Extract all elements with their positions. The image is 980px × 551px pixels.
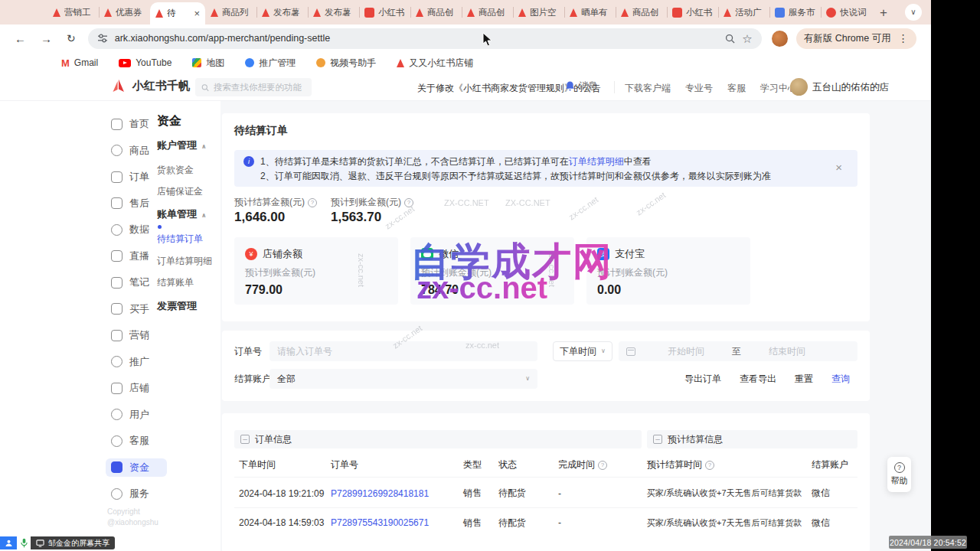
kuaishuo-favicon	[826, 8, 836, 18]
chrome-update-chip[interactable]: 有新版 Chrome 可用	[796, 28, 916, 49]
messages-entry[interactable]: 消息 17	[564, 80, 597, 93]
forward-button[interactable]	[41, 33, 52, 44]
browser-tab[interactable]: 发布薯	[256, 0, 308, 24]
browser-tab[interactable]: 商品创	[462, 0, 513, 24]
participant-icon[interactable]	[0, 536, 17, 549]
sidebar-item-shop[interactable]: 店铺	[106, 379, 167, 397]
submenu-item-settle-detail[interactable]: 订单结算明细	[157, 255, 212, 268]
sidebar-item-services[interactable]: 服务	[106, 484, 167, 503]
sidebar-item-users[interactable]: 用户	[106, 406, 167, 424]
bookmark-maps[interactable]: 地图	[192, 57, 224, 70]
qianfan-favicon	[621, 8, 629, 17]
settle-account-select[interactable]: 全部	[270, 369, 537, 389]
export-orders-button[interactable]: 导出订单	[684, 373, 721, 386]
order-link[interactable]: P728991269928418181	[331, 488, 463, 499]
reload-button[interactable]	[67, 33, 76, 44]
browser-tab[interactable]: 快说词	[821, 0, 872, 24]
xiaohongshu-favicon	[672, 8, 682, 18]
stat-value: 1,563.70	[331, 210, 381, 225]
app-search[interactable]	[195, 78, 312, 96]
bookmark-channels-helper[interactable]: 视频号助手	[316, 57, 376, 70]
browser-tab[interactable]: 小红书	[359, 0, 410, 24]
submenu-group-invoice[interactable]: 发票管理	[157, 299, 197, 313]
view-exports-button[interactable]: 查看导出	[740, 373, 776, 386]
help-circle-icon[interactable]	[705, 461, 714, 470]
bookmark-promotion[interactable]: 推广管理	[245, 57, 296, 70]
start-date-placeholder[interactable]: 开始时间	[668, 345, 704, 358]
browser-tab[interactable]: 晒单有	[564, 0, 616, 24]
browser-tab-active[interactable]: 待	[150, 2, 205, 24]
help-circle-icon[interactable]	[308, 198, 317, 207]
order-no-input[interactable]	[270, 341, 537, 361]
browser-tab[interactable]: 商品列	[205, 0, 256, 24]
browser-profile-avatar[interactable]	[772, 31, 788, 47]
service-market-favicon	[775, 8, 785, 18]
microphone-icon[interactable]	[17, 536, 31, 549]
submenu-item-goods-funds[interactable]: 货款资金	[157, 164, 194, 177]
app-search-input[interactable]	[214, 83, 305, 92]
browser-tab[interactable]: 图片空	[513, 0, 564, 24]
back-button[interactable]	[15, 33, 26, 44]
store-chevron-down-icon[interactable]	[878, 83, 884, 90]
browser-tab[interactable]: 营销工	[47, 0, 99, 24]
tab-overflow-chevron-icon[interactable]	[905, 4, 922, 21]
customer-service-link[interactable]: 客服	[727, 82, 746, 95]
address-bar[interactable]: ark.xiaohongshu.com/app-merchant/pending…	[88, 28, 762, 49]
screen-share-indicator[interactable]: 邹金金的屏幕共享	[0, 536, 115, 549]
collapse-icon[interactable]	[240, 435, 250, 444]
tab-close-icon[interactable]	[194, 8, 200, 18]
help-widget[interactable]: 帮助	[887, 457, 911, 492]
browser-window: 营销工 优惠券 待 商品列 发布薯 发布薯 小红书 商品创 商品创 图片空 晒单…	[0, 0, 931, 551]
qianfan-favicon	[104, 8, 112, 17]
browser-toolbar: ark.xiaohongshu.com/app-merchant/pending…	[0, 24, 931, 52]
order-link[interactable]: P728975543190025671	[331, 517, 463, 528]
browser-tab[interactable]: 优惠券	[99, 0, 150, 24]
collapse-icon[interactable]	[653, 435, 662, 444]
qianfan-favicon	[211, 8, 218, 17]
time-type-select[interactable]: 下单时间	[553, 341, 612, 361]
sidebar-item-promotion[interactable]: 推广	[106, 353, 167, 371]
order-icon	[111, 171, 122, 183]
browser-tab[interactable]: 商品创	[410, 0, 462, 24]
browser-tab[interactable]: 小红书	[667, 0, 718, 24]
store-avatar[interactable]	[790, 78, 808, 96]
header-links: 下载客户端 专业号 客服 学习中心	[625, 82, 797, 95]
search-icon[interactable]	[725, 34, 735, 44]
reset-button[interactable]: 重置	[795, 373, 813, 386]
submenu-group-bills[interactable]: 账单管理	[157, 207, 207, 221]
share-status[interactable]: 邹金金的屏幕共享	[31, 536, 115, 549]
date-range-picker[interactable]: 开始时间 至 结束时间	[619, 341, 858, 361]
submenu-item-pending-settle[interactable]: 待结算订单	[157, 233, 203, 246]
settle-detail-link[interactable]: 订单结算明细	[569, 156, 624, 167]
bookmark-star-icon[interactable]	[742, 33, 752, 44]
bookmark-gmail[interactable]: MGmail	[61, 57, 98, 69]
professional-account-link[interactable]: 专业号	[685, 82, 713, 95]
submenu-item-deposit[interactable]: 店铺保证金	[157, 185, 203, 198]
sidebar-item-marketing[interactable]: 营销	[106, 326, 167, 344]
help-circle-icon[interactable]	[404, 198, 413, 207]
shop-balance-icon	[245, 248, 257, 260]
notice-close-icon[interactable]	[835, 161, 842, 173]
submenu-group-account[interactable]: 账户管理	[157, 139, 207, 152]
query-button[interactable]: 查询	[831, 373, 850, 386]
app-logo[interactable]: 小红书千帆	[110, 78, 190, 94]
qianfan-favicon	[155, 9, 163, 18]
end-date-placeholder[interactable]: 结束时间	[769, 345, 805, 358]
browser-tab[interactable]: 商品创	[616, 0, 667, 24]
browser-tab[interactable]: 活动广	[718, 0, 769, 24]
store-name[interactable]: 五台山的佑佑的店	[812, 81, 889, 94]
new-tab-button[interactable]	[872, 0, 895, 24]
browser-tab[interactable]: 发布薯	[308, 0, 359, 24]
submenu-item-settle-bill[interactable]: 结算账单	[157, 276, 194, 289]
tune-icon[interactable]	[97, 33, 108, 44]
browser-tab[interactable]: 服务市	[769, 0, 821, 24]
browser-menu-icon[interactable]	[898, 33, 909, 44]
wechat-icon	[421, 248, 433, 260]
sidebar-item-funds[interactable]: 资金	[106, 458, 167, 477]
bookmark-xhs-shop[interactable]: 又又小红书店铺	[397, 57, 473, 70]
download-client-link[interactable]: 下载客户端	[625, 82, 671, 95]
submenu-title: 资金	[157, 113, 181, 129]
bookmark-youtube[interactable]: YouTube	[119, 57, 172, 68]
help-circle-icon[interactable]	[598, 461, 607, 470]
sidebar-item-support[interactable]: 客服	[106, 432, 167, 450]
